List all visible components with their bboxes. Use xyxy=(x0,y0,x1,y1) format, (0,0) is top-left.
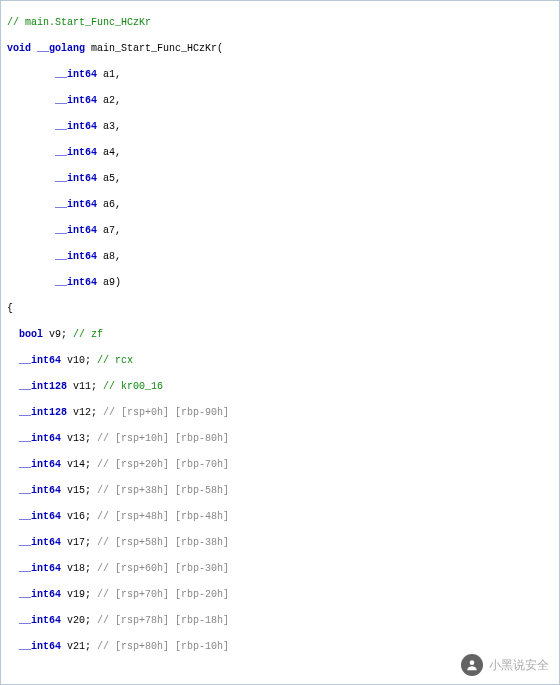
param: __int64 a8, xyxy=(7,250,553,263)
decl: __int64 v18; // [rsp+60h] [rbp-30h] xyxy=(7,562,553,575)
param: __int64 a4, xyxy=(7,146,553,159)
decl: __int64 v21; // [rsp+80h] [rbp-10h] xyxy=(7,640,553,653)
param: __int64 a5, xyxy=(7,172,553,185)
decl: bool v9; // zf xyxy=(7,328,553,341)
param: __int64 a6, xyxy=(7,198,553,211)
brace: { xyxy=(7,302,553,315)
person-icon xyxy=(465,658,479,672)
svg-point-0 xyxy=(470,660,475,665)
param: __int64 a1, xyxy=(7,68,553,81)
decl: __int64 v20; // [rsp+78h] [rbp-18h] xyxy=(7,614,553,627)
decl: __int128 v12; // [rsp+0h] [rbp-90h] xyxy=(7,406,553,419)
comment-line: // main.Start_Func_HCzKr xyxy=(7,16,553,29)
wechat-avatar-icon xyxy=(461,654,483,676)
decl: __int64 v15; // [rsp+38h] [rbp-58h] xyxy=(7,484,553,497)
decompiler-view[interactable]: // main.Start_Func_HCzKr void __golang m… xyxy=(1,1,559,685)
watermark-text: 小黑说安全 xyxy=(489,659,549,672)
decl: __int64 v16; // [rsp+48h] [rbp-48h] xyxy=(7,510,553,523)
watermark: 小黑说安全 xyxy=(461,654,549,676)
param: __int64 a3, xyxy=(7,120,553,133)
param: __int64 a2, xyxy=(7,94,553,107)
decl: __int64 v17; // [rsp+58h] [rbp-38h] xyxy=(7,536,553,549)
param: __int64 a7, xyxy=(7,224,553,237)
decl: __int64 v10; // rcx xyxy=(7,354,553,367)
func-signature: void __golang main_Start_Func_HCzKr( xyxy=(7,42,553,55)
decl: __int64 v19; // [rsp+70h] [rbp-20h] xyxy=(7,588,553,601)
decl: __int128 v11; // kr00_16 xyxy=(7,380,553,393)
decl: __int64 v14; // [rsp+20h] [rbp-70h] xyxy=(7,458,553,471)
param: __int64 a9) xyxy=(7,276,553,289)
decl: __int64 v13; // [rsp+10h] [rbp-80h] xyxy=(7,432,553,445)
